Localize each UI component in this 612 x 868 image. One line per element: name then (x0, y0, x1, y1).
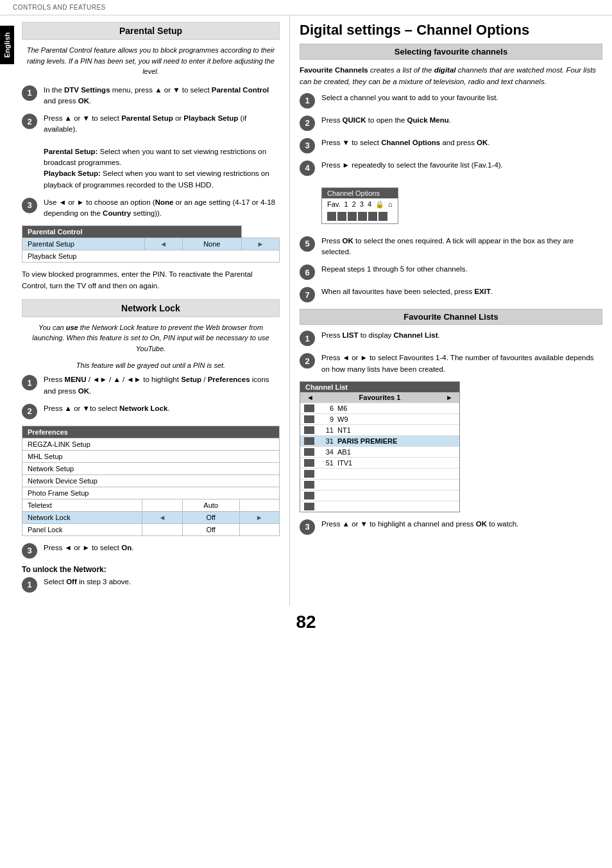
fav-step-circle-7: 7 (300, 287, 315, 302)
favourite-channel-lists-section: Favourite Channel Lists 1 Press LIST to … (300, 309, 602, 535)
top-bar-label: CONTROLS AND FEATURES (13, 4, 106, 11)
parental-setup-header: Parental Setup (22, 22, 280, 40)
fav-list-step-3-text: Press ▲ or ▼ to highlight a channel and … (321, 519, 602, 530)
fav-step-4: 4 Press ► repeatedly to select the favou… (300, 160, 602, 176)
fav-step-circle-1: 1 (300, 93, 315, 108)
ch-icon-nt1 (304, 426, 314, 434)
ch-icon-m6 (304, 404, 314, 412)
unlock-network-subheading: To unlock the Network: (22, 565, 280, 574)
network-step-1: 1 Press MENU / ◄► / ▲ / ◄► to highlight … (22, 374, 280, 397)
top-bar: CONTROLS AND FEATURES (0, 0, 612, 15)
teletext-row-label: Teletext (22, 499, 142, 511)
fav-sq-6 (378, 212, 387, 221)
ch-icon-paris (304, 437, 314, 445)
ch-name-w9: W9 (337, 415, 348, 423)
channel-row-itv1: 51 ITV1 (300, 457, 459, 468)
parental-control-header: Parental Control (22, 226, 242, 238)
left-column: Parental Setup The Parental Control feat… (14, 15, 290, 605)
fav-step-circle-3: 3 (300, 138, 315, 153)
fav-list-step-2-text: Press ◄ or ► to select Favourites 1-4. T… (321, 352, 602, 375)
ch-num-m6: 6 (318, 404, 334, 412)
parental-step-3-text: Use ◄ or ► to choose an option (None or … (44, 197, 280, 220)
fav-step-3-text: Press ▼ to select Channel Options and pr… (321, 137, 602, 148)
parental-step-3: 3 Use ◄ or ► to choose an option (None o… (22, 197, 280, 220)
ch-icon-itv1 (304, 459, 314, 467)
fav-col-4: 4 (368, 200, 371, 208)
preferences-menu-table: Preferences REGZA-LINK Setup MHL Setup N… (22, 426, 280, 536)
fav-col-3: 3 (360, 200, 364, 208)
panel-lock-row-value: Off (182, 523, 239, 535)
fav-step-circle-6: 6 (300, 265, 315, 280)
network-lock-header: Network Lock (22, 299, 280, 317)
channel-row-empty-3 (300, 490, 459, 501)
parental-step-1: 1 In the DTV Settings menu, press ▲ or ▼… (22, 85, 280, 107)
regza-link-setup-row: REGZA-LINK Setup (22, 438, 280, 450)
parental-step-1-text: In the DTV Settings menu, press ▲ or ▼ t… (44, 85, 280, 107)
parental-setup-intro: The Parental Control feature allows you … (22, 45, 280, 77)
photo-frame-setup-row: Photo Frame Setup (22, 487, 280, 499)
ch-icon-w9 (304, 415, 314, 423)
preferences-header: Preferences (22, 426, 280, 438)
right-column: Digital settings – Channel Options Selec… (290, 15, 612, 605)
channel-list-nav-title: Favourites 1 (316, 394, 443, 401)
fav-col-2: 2 (352, 200, 356, 208)
fav-sq-2 (337, 212, 346, 221)
fav-list-step-1-text: Press LIST to display Channel List. (321, 330, 602, 341)
step-circle-3: 3 (22, 198, 37, 213)
unlock-step-1: 1 Select Off in step 3 above. (22, 577, 280, 593)
channel-row-empty-4 (300, 501, 459, 512)
fav-step-circle-5: 5 (300, 236, 315, 252)
network-step-2: 2 Press ▲ or ▼to select Network Lock. (22, 403, 280, 419)
channel-row-w9: 9 W9 (300, 413, 459, 424)
fav-col-lock: 🔒 (375, 200, 384, 209)
step-circle-1: 1 (22, 85, 37, 101)
network-step-circle-2: 2 (22, 404, 37, 419)
ch-num-nt1: 11 (318, 426, 334, 434)
ch-name-ab1: AB1 (337, 448, 351, 456)
fav-step-5-text: Press OK to select the ones required. A … (321, 236, 602, 258)
fav-step-2: 2 Press QUICK to open the Quick Menu. (300, 115, 602, 131)
step-circle-2: 2 (22, 114, 37, 129)
network-step-3-text: Press ◄ or ► to select On. (44, 542, 280, 553)
network-setup-row: Network Setup (22, 462, 280, 474)
ch-name-itv1: ITV1 (337, 459, 352, 467)
channel-list-nav-left: ◄ (307, 394, 314, 401)
ch-num-paris: 31 (318, 437, 334, 445)
channel-row-ab1: 34 AB1 (300, 446, 459, 457)
network-lock-arrow-left: ◄ (142, 511, 182, 523)
selecting-favourites-intro: Favourite Channels creates a list of the… (300, 65, 602, 87)
ch-name-nt1: NT1 (337, 426, 351, 434)
fav-sq-3 (348, 212, 357, 221)
fav-step-circle-4: 4 (300, 161, 315, 176)
network-lock-note: This feature will be grayed out until a … (22, 361, 280, 369)
fav-step-3: 3 Press ▼ to select Channel Options and … (300, 137, 602, 153)
parental-setup-row-label: Parental Setup (22, 238, 145, 250)
network-step-3: 3 Press ◄ or ► to select On. (22, 542, 280, 559)
ch-icon-e3 (304, 492, 314, 499)
network-step-2-text: Press ▲ or ▼to select Network Lock. (44, 403, 280, 414)
favourite-channel-lists-header: Favourite Channel Lists (300, 309, 602, 325)
fav-step-7-text: When all favourites have been selected, … (321, 286, 602, 297)
selecting-favourites-section: Selecting favourite channels Favourite C… (300, 44, 602, 302)
fav-col-home: ⌂ (388, 200, 393, 208)
fav-step-2-text: Press QUICK to open the Quick Menu. (321, 115, 602, 126)
fav-squares-row (327, 212, 393, 221)
parental-arrow-right: ► (241, 238, 279, 250)
parental-menu-table: Parental Control Parental Setup ◄ None ►… (22, 225, 280, 263)
network-device-setup-row: Network Device Setup (22, 474, 280, 487)
fav-sq-5 (368, 212, 377, 221)
fav-list-step-circle-1: 1 (300, 331, 315, 346)
digital-settings-header: Digital settings – Channel Options (300, 22, 602, 39)
channel-options-box: Channel Options Fav. 1 2 3 4 🔒 ⌂ (321, 187, 398, 224)
channel-row-nt1: 11 NT1 (300, 424, 459, 435)
channel-row-empty-2 (300, 479, 459, 490)
channel-list-box-header: Channel List (300, 382, 459, 392)
unlock-step-1-text: Select Off in step 3 above. (44, 577, 280, 587)
ch-icon-ab1 (304, 448, 314, 456)
parental-after-table-text: To view blocked programmes, enter the PI… (22, 269, 280, 291)
fav-sq-1 (327, 212, 336, 221)
network-lock-intro: You can use the Network Lock feature to … (22, 322, 280, 354)
channel-options-box-header: Channel Options (322, 188, 398, 198)
fav-sq-4 (358, 212, 367, 221)
ch-icon-e4 (304, 503, 314, 510)
